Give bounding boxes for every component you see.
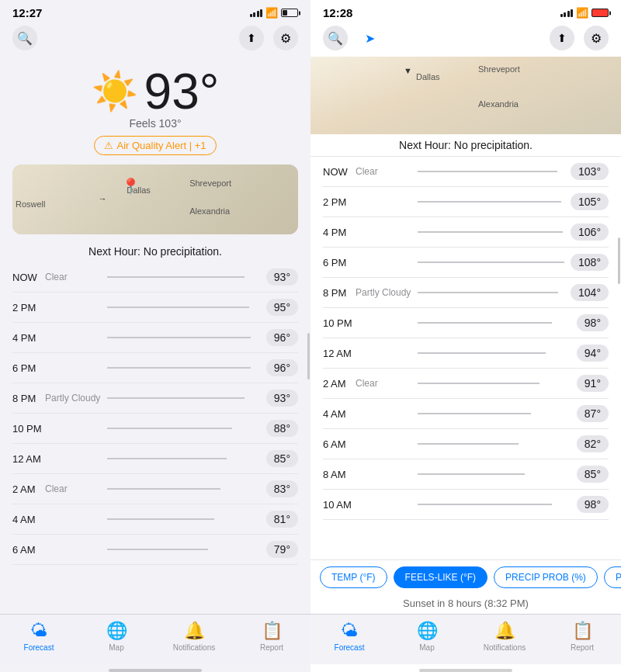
map-nav-label-left: Map	[109, 643, 123, 652]
hourly-row-right-5: 10 PM 98°	[323, 308, 609, 338]
hourly-rows-right: NOW Clear 103° 2 PM 105° 4 PM 106° 6 PM …	[323, 157, 609, 520]
hour-label-right-9: 6 AM	[323, 438, 356, 450]
nav-forecast-left[interactable]: 🌤 Forecast	[16, 621, 62, 652]
hour-label-right-0: NOW	[323, 166, 356, 178]
bar-area-right-5	[418, 322, 571, 324]
nav-map-left[interactable]: 🌐 Map	[93, 621, 140, 652]
hour-label-right-10: 8 AM	[323, 469, 356, 480]
nav-report-right[interactable]: 📋 Report	[559, 621, 605, 652]
right-toolbar-icons-left: ⬆ ⚙	[239, 26, 298, 50]
status-icons-right: 📶	[560, 7, 609, 19]
status-bar-right: 12:28 📶	[310, 0, 621, 23]
scrollbar-thumb-right	[618, 237, 620, 284]
search-button-left[interactable]: 🔍	[12, 26, 37, 50]
bar-area-right-4	[418, 292, 564, 293]
bar-line-right-11	[418, 504, 552, 505]
map-left[interactable]: Roswell Dallas Shreveport Alexandria 📍 →	[12, 165, 298, 234]
bar-area-left-4	[107, 397, 260, 399]
forecast-icon-right: 🌤	[341, 621, 358, 641]
temp-pill-right-5: 98°	[577, 314, 609, 331]
bar-line-right-0	[418, 171, 557, 172]
hourly-row-right-6: 12 AM 94°	[323, 338, 609, 369]
share-button-right[interactable]: ⬆	[550, 26, 574, 50]
nav-notifications-left[interactable]: 🔔 Notifications	[171, 621, 217, 652]
hour-label-left-0: NOW	[12, 272, 45, 283]
bar-area-left-1	[107, 307, 260, 308]
hourly-list-right: NOW Clear 103° 2 PM 105° 4 PM 106° 6 PM …	[310, 157, 621, 559]
temp-pill-right-7: 91°	[577, 375, 609, 392]
hourly-row-right-4: 8 PM Partly Cloudy 104°	[323, 278, 609, 308]
hourly-row-left-6: 12 AM 85°	[12, 444, 298, 474]
hourly-row-right-1: 2 PM 105°	[323, 187, 609, 217]
report-icon-right: 📋	[572, 621, 593, 641]
wifi-icon-left: 📶	[265, 7, 278, 19]
hour-label-left-1: 2 PM	[12, 302, 45, 313]
map-arrow-left: →	[98, 194, 106, 203]
settings-button-right[interactable]: ⚙	[584, 26, 609, 50]
filter-temp[interactable]: TEMP (°F)	[320, 566, 387, 588]
temp-pill-left-8: 81°	[266, 511, 298, 528]
filter-precip-prob[interactable]: PRECIP PROB (%)	[494, 566, 598, 588]
bar-line-left-8	[107, 518, 214, 520]
hourly-list-left: NOW Clear 93° 2 PM 95° 4 PM 96° 6 PM 96°…	[0, 262, 310, 614]
hourly-row-left-9: 6 AM 79°	[12, 535, 298, 565]
bar-area-left-7	[107, 488, 260, 490]
nav-notifications-right[interactable]: 🔔 Notifications	[481, 621, 528, 652]
nav-forecast-right[interactable]: 🌤 Forecast	[326, 621, 373, 652]
map-label-shreveport-right: Shreveport	[478, 64, 520, 74]
sun-icon-left: ☀️	[92, 70, 138, 113]
status-time-left: 12:27	[12, 6, 42, 19]
status-time-right: 12:28	[323, 6, 352, 19]
hourly-row-left-8: 4 AM 81°	[12, 504, 298, 535]
bar-line-right-8	[418, 413, 531, 414]
nav-map-right[interactable]: 🌐 Map	[404, 621, 450, 652]
bar-line-right-2	[418, 231, 563, 233]
battery-icon-right	[592, 9, 609, 17]
hourly-row-left-1: 2 PM 95°	[12, 293, 298, 323]
precip-text-left: Next Hour: No precipitation.	[0, 241, 310, 262]
bar-area-left-8	[107, 518, 260, 520]
filter-precip[interactable]: PRECI...	[604, 566, 621, 588]
forecast-icon-left: 🌤	[30, 621, 47, 641]
map-nav-label-right: Map	[419, 643, 434, 652]
bar-line-left-0	[107, 276, 245, 278]
bar-area-right-0	[418, 171, 564, 172]
signal-icon-right	[560, 9, 574, 17]
search-icon-right: 🔍	[328, 31, 343, 46]
bar-area-right-9	[418, 443, 571, 445]
location-icon-right: ➤	[365, 31, 375, 46]
scrollbar-right[interactable]	[618, 157, 621, 559]
status-bar-left: 12:27 📶	[0, 0, 310, 23]
right-toolbar-icons-right: ⬆ ⚙	[550, 26, 609, 50]
share-icon-left: ⬆	[247, 32, 256, 44]
temp-pill-right-0: 103°	[571, 163, 609, 180]
location-button-right[interactable]: ➤	[357, 26, 382, 50]
share-icon-right: ⬆	[557, 32, 567, 44]
hour-label-right-4: 8 PM	[323, 287, 356, 299]
share-button-left[interactable]: ⬆	[239, 26, 264, 50]
map-right[interactable]: Dallas Shreveport Alexandria ▼	[310, 57, 621, 134]
filter-pills-right: TEMP (°F) FEELS-LIKE (°F) PRECIP PROB (%…	[310, 559, 621, 594]
bar-line-left-2	[107, 337, 251, 338]
settings-button-left[interactable]: ⚙	[273, 26, 298, 50]
hour-label-right-5: 10 PM	[323, 317, 356, 329]
right-phone: 12:28 📶 🔍 ➤ ⬆ ⚙	[310, 0, 621, 672]
bar-area-left-5	[107, 428, 260, 429]
nav-report-left[interactable]: 📋 Report	[248, 621, 295, 652]
filter-feels-like[interactable]: FEELS-LIKE (°F)	[394, 566, 487, 588]
bar-area-left-2	[107, 337, 260, 338]
hourly-row-left-4: 8 PM Partly Cloudy 93°	[12, 383, 298, 414]
air-quality-alert-left[interactable]: ⚠ Air Quality Alert | +1	[94, 136, 216, 155]
bar-area-left-9	[107, 549, 260, 550]
bar-area-left-3	[107, 367, 260, 369]
weather-main-left: ☀️ 93° Feels 103° ⚠ Air Quality Alert | …	[0, 57, 310, 158]
forecast-label-right: Forecast	[335, 643, 365, 652]
bar-line-left-3	[107, 367, 251, 369]
notifications-icon-right: 🔔	[494, 621, 515, 641]
hour-label-left-7: 2 AM	[12, 483, 45, 495]
bar-line-right-5	[418, 322, 552, 324]
bar-area-left-6	[107, 458, 260, 459]
search-button-right[interactable]: 🔍	[323, 26, 348, 50]
hour-label-left-4: 8 PM	[12, 393, 45, 404]
temp-pill-left-1: 95°	[266, 299, 298, 316]
